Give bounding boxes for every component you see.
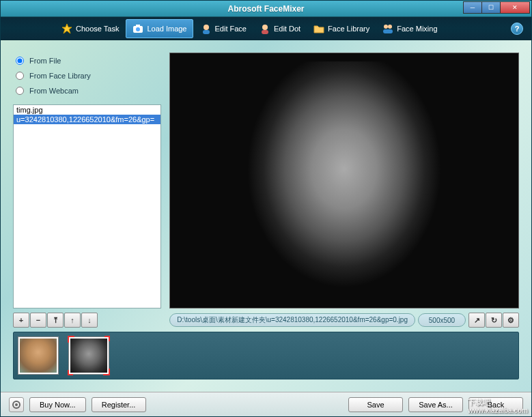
- buy-now-button[interactable]: Buy Now...: [29, 397, 86, 412]
- move-down-button[interactable]: ↓: [81, 313, 98, 328]
- move-top-button[interactable]: ⤒: [47, 313, 64, 328]
- bottom-bar: Buy Now... Register... Save Save As... B…: [1, 392, 531, 416]
- from-library-input[interactable]: [16, 72, 24, 80]
- face-edit-icon: [200, 23, 212, 35]
- svg-point-4: [204, 25, 209, 30]
- zoom-fit-button[interactable]: ↗: [468, 313, 485, 328]
- back-label: Back: [488, 401, 504, 409]
- maximize-button[interactable]: ☐: [481, 1, 501, 14]
- star-icon: [61, 23, 73, 35]
- from-file-input[interactable]: [16, 57, 24, 65]
- buy-now-label: Buy Now...: [40, 401, 76, 409]
- thumbnail[interactable]: [68, 336, 109, 375]
- face-mixing-label: Face Mixing: [397, 25, 437, 33]
- dot-edit-icon: [259, 23, 271, 35]
- preview-image: [225, 61, 464, 300]
- file-path-display: D:\tools\桌面\素材新建文件夹\u=3242810380,1226652…: [169, 313, 415, 327]
- thumbnail-image: [20, 339, 57, 373]
- svg-rect-10: [383, 29, 393, 33]
- from-webcam-label: From Webcam: [29, 87, 79, 95]
- options-button[interactable]: [9, 397, 24, 412]
- source-radios: From File From Face Library From Webcam: [13, 53, 161, 104]
- thumbnail-row: [13, 332, 519, 379]
- face-mixing-button[interactable]: Face Mixing: [376, 19, 443, 38]
- face-library-button[interactable]: Face Library: [307, 19, 375, 38]
- svg-point-8: [384, 25, 388, 29]
- list-controls: + − ⤒ ↑ ↓: [13, 313, 161, 328]
- settings-button[interactable]: ⚙: [503, 313, 519, 328]
- save-label: Save: [367, 401, 384, 409]
- window-buttons: ─ ☐ ✕: [464, 1, 530, 14]
- svg-point-2: [136, 27, 140, 31]
- from-webcam-radio[interactable]: From Webcam: [16, 87, 158, 95]
- file-list[interactable]: timg.jpg u=3242810380,1226652010&fm=26&g…: [13, 104, 161, 308]
- save-as-button[interactable]: Save As...: [408, 397, 463, 412]
- dimensions-display: 500x500: [418, 313, 466, 327]
- remove-file-button[interactable]: −: [30, 313, 46, 328]
- edit-face-button[interactable]: Edit Face: [195, 19, 252, 38]
- main-toolbar: Choose Task Load Image Edit Face Edit Do…: [1, 17, 531, 40]
- help-button[interactable]: ?: [511, 23, 523, 35]
- file-item[interactable]: timg.jpg: [14, 105, 160, 115]
- minimize-button[interactable]: ─: [463, 1, 482, 14]
- svg-rect-7: [262, 30, 268, 34]
- svg-point-9: [388, 25, 392, 29]
- refresh-button[interactable]: ↻: [486, 313, 502, 328]
- save-as-label: Save As...: [419, 401, 453, 409]
- register-label: Register...: [102, 401, 136, 409]
- content-area: From File From Face Library From Webcam …: [1, 40, 531, 392]
- edit-dot-button[interactable]: Edit Dot: [253, 19, 306, 38]
- from-library-radio[interactable]: From Face Library: [16, 72, 158, 80]
- back-button[interactable]: Back: [468, 397, 523, 412]
- load-image-label: Load Image: [147, 25, 186, 33]
- choose-task-button[interactable]: Choose Task: [55, 19, 124, 38]
- right-column: D:\tools\桌面\素材新建文件夹\u=3242810380,1226652…: [169, 53, 519, 328]
- camera-icon: [132, 23, 144, 35]
- from-webcam-input[interactable]: [16, 87, 24, 95]
- thumbnail-image: [70, 339, 107, 373]
- close-button[interactable]: ✕: [500, 1, 530, 14]
- face-library-label: Face Library: [328, 25, 369, 33]
- load-image-button[interactable]: Load Image: [126, 19, 193, 38]
- app-window: Abrosoft FaceMixer ─ ☐ ✕ Choose Task Loa…: [0, 0, 532, 417]
- path-bar: D:\tools\桌面\素材新建文件夹\u=3242810380,1226652…: [169, 313, 519, 328]
- left-column: From File From Face Library From Webcam …: [13, 53, 161, 328]
- save-button[interactable]: Save: [348, 397, 403, 412]
- edit-dot-label: Edit Dot: [274, 25, 300, 33]
- from-file-label: From File: [29, 57, 61, 65]
- edit-face-label: Edit Face: [215, 25, 247, 33]
- svg-rect-5: [203, 30, 210, 34]
- folder-icon: [313, 23, 325, 35]
- gear-icon: [12, 400, 21, 409]
- people-icon: [382, 23, 394, 35]
- thumbnail[interactable]: [18, 336, 59, 375]
- titlebar: Abrosoft FaceMixer ─ ☐ ✕: [1, 1, 531, 17]
- svg-point-12: [15, 403, 18, 406]
- main-row: From File From Face Library From Webcam …: [13, 53, 519, 328]
- move-up-button[interactable]: ↑: [64, 313, 81, 328]
- window-title: Abrosoft FaceMixer: [227, 4, 304, 14]
- svg-marker-0: [62, 24, 72, 33]
- register-button[interactable]: Register...: [92, 397, 146, 412]
- from-file-radio[interactable]: From File: [16, 57, 158, 65]
- path-controls: ↗ ↻ ⚙: [468, 313, 519, 328]
- svg-rect-3: [136, 25, 140, 27]
- image-preview[interactable]: [169, 53, 519, 308]
- choose-task-label: Choose Task: [76, 25, 119, 33]
- svg-point-6: [262, 25, 268, 30]
- add-file-button[interactable]: +: [13, 313, 29, 328]
- file-item[interactable]: u=3242810380,1226652010&fm=26&gp=: [14, 115, 160, 124]
- from-library-label: From Face Library: [29, 72, 91, 80]
